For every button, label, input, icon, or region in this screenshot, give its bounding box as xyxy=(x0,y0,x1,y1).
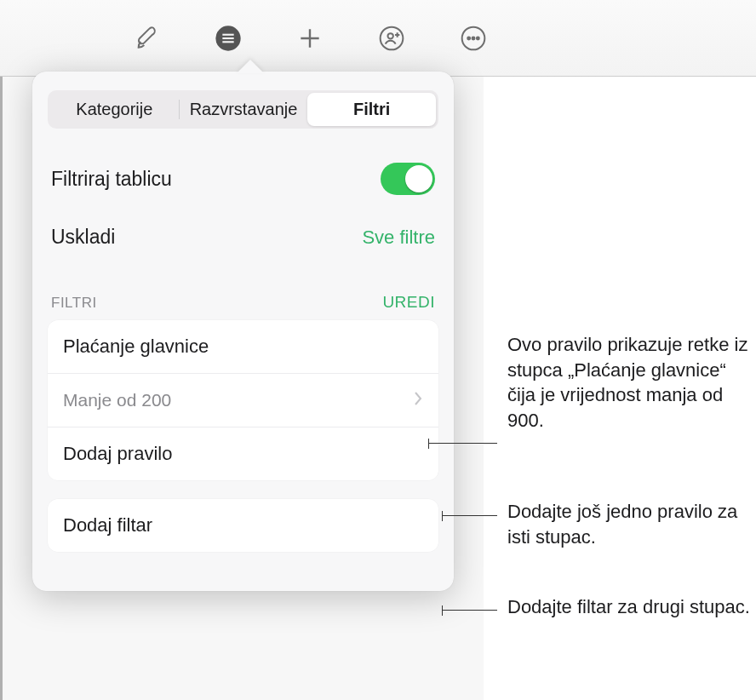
filter-table-row: Filtriraj tablicu xyxy=(48,151,438,207)
add-filter-label: Dodaj filtar xyxy=(63,514,152,536)
filters-popover: Kategorije Razvrstavanje Filtri Filtrira… xyxy=(32,72,454,591)
tab-filters[interactable]: Filtri xyxy=(307,93,436,126)
callout-rule: Ovo pravilo prikazuje retke iz stupca „P… xyxy=(507,332,754,433)
filter-table-toggle[interactable] xyxy=(381,163,435,195)
match-value: Sve filtre xyxy=(362,227,435,249)
svg-point-9 xyxy=(477,37,479,39)
filter-table-label: Filtriraj tablicu xyxy=(51,168,172,191)
match-row[interactable]: Uskladi Sve filtre xyxy=(48,207,438,264)
callout-add-rule: Dodajte još jedno pravilo za isti stupac… xyxy=(507,499,754,549)
svg-rect-1 xyxy=(222,33,233,35)
callout-add-filter: Dodajte filtar za drugi stupac. xyxy=(507,594,754,620)
more-circle-icon[interactable] xyxy=(458,23,489,54)
svg-point-5 xyxy=(387,33,392,38)
filters-section-header: FILTRI UREDI xyxy=(48,264,438,320)
svg-rect-3 xyxy=(222,41,233,43)
svg-point-8 xyxy=(472,37,475,39)
add-filter-card: Dodaj filtar xyxy=(48,499,438,552)
brush-icon[interactable] xyxy=(131,23,162,54)
match-label: Uskladi xyxy=(51,226,115,249)
rule-column-row: Plaćanje glavnice xyxy=(48,320,438,373)
popover-column: Kategorije Razvrstavanje Filtri Filtrira… xyxy=(3,77,484,700)
content-area: Kategorije Razvrstavanje Filtri Filtrira… xyxy=(0,77,756,700)
leader-line xyxy=(443,515,497,516)
add-filter-button[interactable]: Dodaj filtar xyxy=(48,499,438,552)
top-toolbar xyxy=(0,0,756,77)
filters-section-title: FILTRI xyxy=(51,295,97,312)
callouts-column: Ovo pravilo prikazuje retke iz stupca „P… xyxy=(484,77,756,700)
plus-icon[interactable] xyxy=(295,23,325,54)
rule-condition-row[interactable]: Manje od 200 xyxy=(48,373,438,427)
tab-categories[interactable]: Kategorije xyxy=(50,93,179,126)
add-rule-button[interactable]: Dodaj pravilo xyxy=(48,427,438,480)
tab-sort[interactable]: Razvrstavanje xyxy=(180,93,308,126)
leader-line xyxy=(443,610,497,611)
toggle-knob xyxy=(405,165,432,192)
rule-condition-text: Manje od 200 xyxy=(63,390,171,410)
filter-rule-card: Plaćanje glavnice Manje od 200 Dodaj pra… xyxy=(48,320,438,480)
chevron-right-icon xyxy=(413,389,423,411)
add-rule-label: Dodaj pravilo xyxy=(63,443,172,465)
person-add-icon[interactable] xyxy=(376,23,407,54)
svg-rect-2 xyxy=(222,37,233,38)
edit-button[interactable]: UREDI xyxy=(382,293,435,312)
rule-column-name: Plaćanje glavnice xyxy=(63,336,209,358)
tab-segmented-control: Kategorije Razvrstavanje Filtri xyxy=(48,90,438,129)
list-circle-icon[interactable] xyxy=(213,23,243,54)
svg-point-7 xyxy=(467,37,470,39)
leader-line xyxy=(429,443,497,444)
